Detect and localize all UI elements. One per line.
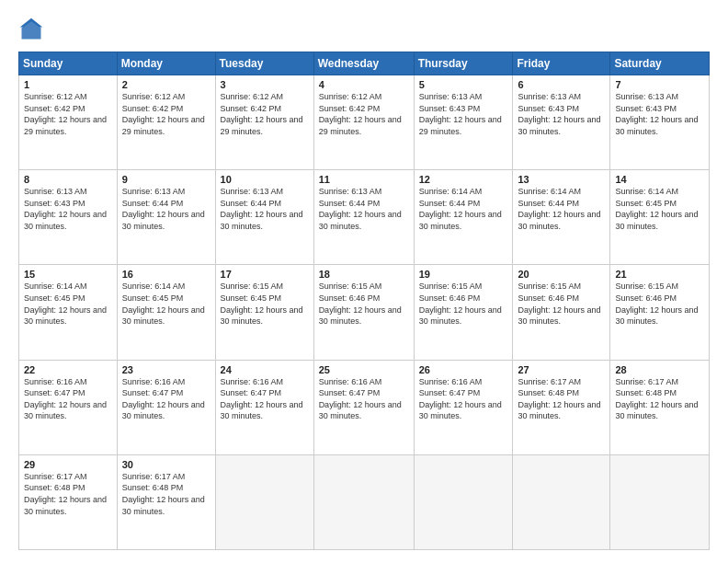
day-info: Sunrise: 6:14 AMSunset: 6:45 PMDaylight:… [24, 281, 112, 327]
calendar-cell: 18Sunrise: 6:15 AMSunset: 6:46 PMDayligh… [313, 265, 414, 360]
calendar-cell: 29Sunrise: 6:17 AMSunset: 6:48 PMDayligh… [19, 454, 118, 549]
calendar-cell [610, 454, 710, 549]
day-info: Sunrise: 6:16 AMSunset: 6:47 PMDaylight:… [319, 376, 409, 422]
calendar-cell [513, 454, 610, 549]
day-number: 3 [221, 79, 309, 90]
day-info: Sunrise: 6:17 AMSunset: 6:48 PMDaylight:… [518, 376, 605, 422]
calendar-cell: 1Sunrise: 6:12 AMSunset: 6:42 PMDaylight… [19, 75, 118, 170]
calendar-header-row: SundayMondayTuesdayWednesdayThursdayFrid… [19, 52, 710, 75]
calendar-table: SundayMondayTuesdayWednesdayThursdayFrid… [18, 52, 710, 550]
calendar-cell: 10Sunrise: 6:13 AMSunset: 6:44 PMDayligh… [215, 170, 313, 265]
calendar-cell: 21Sunrise: 6:15 AMSunset: 6:46 PMDayligh… [610, 265, 710, 360]
day-info: Sunrise: 6:17 AMSunset: 6:48 PMDaylight:… [122, 471, 210, 517]
day-header-tuesday: Tuesday [215, 52, 313, 75]
day-number: 29 [24, 459, 112, 470]
calendar-cell: 15Sunrise: 6:14 AMSunset: 6:45 PMDayligh… [19, 265, 118, 360]
day-number: 22 [24, 364, 112, 375]
day-number: 8 [24, 174, 112, 185]
calendar-cell: 28Sunrise: 6:17 AMSunset: 6:48 PMDayligh… [610, 360, 710, 454]
day-header-saturday: Saturday [610, 52, 710, 75]
day-number: 16 [122, 269, 210, 280]
day-info: Sunrise: 6:13 AMSunset: 6:43 PMDaylight:… [518, 91, 605, 137]
calendar-week-row: 29Sunrise: 6:17 AMSunset: 6:48 PMDayligh… [19, 454, 710, 549]
day-info: Sunrise: 6:13 AMSunset: 6:44 PMDaylight:… [122, 186, 210, 232]
day-info: Sunrise: 6:12 AMSunset: 6:42 PMDaylight:… [122, 91, 210, 137]
calendar-cell: 5Sunrise: 6:13 AMSunset: 6:43 PMDaylight… [414, 75, 513, 170]
calendar-cell [414, 454, 513, 549]
day-info: Sunrise: 6:15 AMSunset: 6:46 PMDaylight:… [319, 281, 409, 327]
logo [18, 17, 48, 42]
day-number: 4 [319, 79, 409, 90]
calendar-cell: 6Sunrise: 6:13 AMSunset: 6:43 PMDaylight… [513, 75, 610, 170]
day-number: 11 [319, 174, 409, 185]
day-info: Sunrise: 6:17 AMSunset: 6:48 PMDaylight:… [615, 376, 704, 422]
calendar-cell: 7Sunrise: 6:13 AMSunset: 6:43 PMDaylight… [610, 75, 710, 170]
calendar-week-row: 8Sunrise: 6:13 AMSunset: 6:43 PMDaylight… [19, 170, 710, 265]
day-number: 13 [518, 174, 605, 185]
calendar-cell: 17Sunrise: 6:15 AMSunset: 6:45 PMDayligh… [215, 265, 313, 360]
day-info: Sunrise: 6:13 AMSunset: 6:43 PMDaylight:… [419, 91, 508, 137]
day-info: Sunrise: 6:16 AMSunset: 6:47 PMDaylight:… [24, 376, 112, 422]
day-header-monday: Monday [117, 52, 215, 75]
day-number: 18 [319, 269, 409, 280]
calendar-cell: 11Sunrise: 6:13 AMSunset: 6:44 PMDayligh… [313, 170, 414, 265]
day-info: Sunrise: 6:15 AMSunset: 6:46 PMDaylight:… [419, 281, 508, 327]
logo-icon [18, 17, 44, 42]
calendar-cell [215, 454, 313, 549]
day-number: 30 [122, 459, 210, 470]
calendar-cell: 9Sunrise: 6:13 AMSunset: 6:44 PMDaylight… [117, 170, 215, 265]
day-info: Sunrise: 6:16 AMSunset: 6:47 PMDaylight:… [122, 376, 210, 422]
calendar-cell: 25Sunrise: 6:16 AMSunset: 6:47 PMDayligh… [313, 360, 414, 454]
day-info: Sunrise: 6:16 AMSunset: 6:47 PMDaylight:… [221, 376, 309, 422]
calendar-week-row: 22Sunrise: 6:16 AMSunset: 6:47 PMDayligh… [19, 360, 710, 454]
day-number: 20 [518, 269, 605, 280]
day-info: Sunrise: 6:12 AMSunset: 6:42 PMDaylight:… [24, 91, 112, 137]
day-info: Sunrise: 6:15 AMSunset: 6:45 PMDaylight:… [221, 281, 309, 327]
calendar-cell: 2Sunrise: 6:12 AMSunset: 6:42 PMDaylight… [117, 75, 215, 170]
day-info: Sunrise: 6:16 AMSunset: 6:47 PMDaylight:… [419, 376, 508, 422]
day-number: 6 [518, 79, 605, 90]
day-info: Sunrise: 6:14 AMSunset: 6:45 PMDaylight:… [122, 281, 210, 327]
day-number: 26 [419, 364, 508, 375]
calendar-cell: 19Sunrise: 6:15 AMSunset: 6:46 PMDayligh… [414, 265, 513, 360]
calendar-cell: 20Sunrise: 6:15 AMSunset: 6:46 PMDayligh… [513, 265, 610, 360]
calendar-cell: 8Sunrise: 6:13 AMSunset: 6:43 PMDaylight… [19, 170, 118, 265]
day-info: Sunrise: 6:14 AMSunset: 6:44 PMDaylight:… [518, 186, 605, 232]
day-info: Sunrise: 6:14 AMSunset: 6:44 PMDaylight:… [419, 186, 508, 232]
calendar-cell: 24Sunrise: 6:16 AMSunset: 6:47 PMDayligh… [215, 360, 313, 454]
calendar-cell: 30Sunrise: 6:17 AMSunset: 6:48 PMDayligh… [117, 454, 215, 549]
day-number: 17 [221, 269, 309, 280]
day-number: 9 [122, 174, 210, 185]
calendar-cell [313, 454, 414, 549]
calendar-cell: 26Sunrise: 6:16 AMSunset: 6:47 PMDayligh… [414, 360, 513, 454]
day-number: 27 [518, 364, 605, 375]
day-info: Sunrise: 6:13 AMSunset: 6:44 PMDaylight:… [221, 186, 309, 232]
day-number: 7 [615, 79, 704, 90]
day-header-thursday: Thursday [414, 52, 513, 75]
calendar-cell: 23Sunrise: 6:16 AMSunset: 6:47 PMDayligh… [117, 360, 215, 454]
header [18, 17, 710, 42]
day-number: 23 [122, 364, 210, 375]
svg-marker-0 [22, 20, 41, 40]
day-info: Sunrise: 6:13 AMSunset: 6:43 PMDaylight:… [24, 186, 112, 232]
day-number: 25 [319, 364, 409, 375]
calendar-week-row: 15Sunrise: 6:14 AMSunset: 6:45 PMDayligh… [19, 265, 710, 360]
day-number: 28 [615, 364, 704, 375]
day-info: Sunrise: 6:14 AMSunset: 6:45 PMDaylight:… [615, 186, 704, 232]
calendar-cell: 14Sunrise: 6:14 AMSunset: 6:45 PMDayligh… [610, 170, 710, 265]
day-number: 1 [24, 79, 112, 90]
day-info: Sunrise: 6:12 AMSunset: 6:42 PMDaylight:… [221, 91, 309, 137]
day-header-friday: Friday [513, 52, 610, 75]
calendar-cell: 4Sunrise: 6:12 AMSunset: 6:42 PMDaylight… [313, 75, 414, 170]
calendar-cell: 16Sunrise: 6:14 AMSunset: 6:45 PMDayligh… [117, 265, 215, 360]
day-number: 21 [615, 269, 704, 280]
day-number: 2 [122, 79, 210, 90]
day-info: Sunrise: 6:17 AMSunset: 6:48 PMDaylight:… [24, 471, 112, 517]
day-number: 5 [419, 79, 508, 90]
calendar-cell: 22Sunrise: 6:16 AMSunset: 6:47 PMDayligh… [19, 360, 118, 454]
day-number: 10 [221, 174, 309, 185]
day-info: Sunrise: 6:12 AMSunset: 6:42 PMDaylight:… [319, 91, 409, 137]
calendar-cell: 12Sunrise: 6:14 AMSunset: 6:44 PMDayligh… [414, 170, 513, 265]
day-header-wednesday: Wednesday [313, 52, 414, 75]
calendar-cell: 27Sunrise: 6:17 AMSunset: 6:48 PMDayligh… [513, 360, 610, 454]
